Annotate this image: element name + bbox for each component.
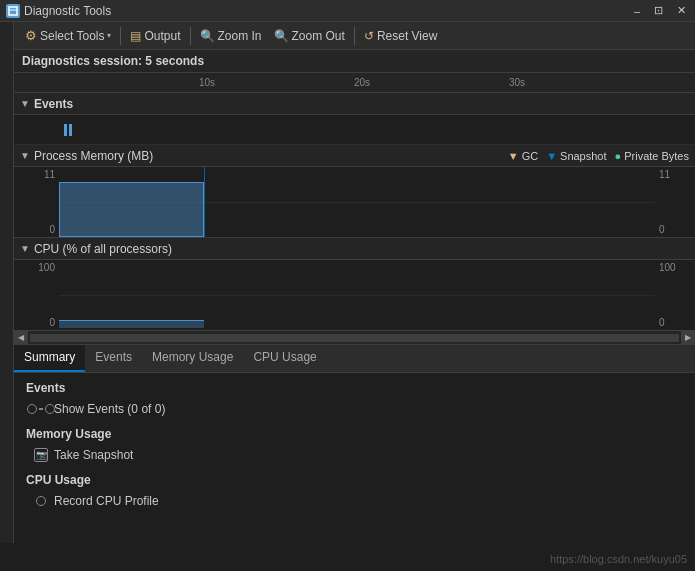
zoom-in-icon: 🔍 [200, 29, 215, 43]
zoom-in-label: Zoom In [218, 29, 262, 43]
scroll-left-button[interactable]: ◀ [14, 331, 28, 345]
cpu-grid-line [59, 295, 655, 296]
summary-memory-title: Memory Usage [26, 427, 683, 441]
tab-cpu-usage[interactable]: CPU Usage [243, 344, 326, 372]
output-button[interactable]: ▤ Output [125, 25, 185, 47]
output-label: Output [144, 29, 180, 43]
title-bar: Diagnostic Tools – ⊡ ✕ [0, 0, 695, 22]
legend-private: ● Private Bytes [615, 150, 689, 162]
memory-collapse-arrow: ▼ [20, 150, 30, 161]
scrollbar-track[interactable] [30, 334, 679, 342]
svg-rect-0 [9, 7, 17, 15]
memory-legend: ▼ GC ▼ Snapshot ● Private Bytes [508, 150, 689, 162]
summary-cpu-title: CPU Usage [26, 473, 683, 487]
memory-y-right-max: 11 [659, 169, 670, 180]
cpu-y-right: 100 0 [655, 260, 695, 330]
reset-view-button[interactable]: ↺ Reset View [359, 25, 442, 47]
cpu-y-axis: 100 0 [14, 260, 59, 330]
record-cpu-profile-label: Record CPU Profile [54, 494, 159, 508]
memory-chart-section: ▼ Process Memory (MB) ▼ GC ▼ Snapshot ● [14, 145, 695, 238]
take-snapshot-label: Take Snapshot [54, 448, 133, 462]
legend-gc: ▼ GC [508, 150, 538, 162]
toolbar-separator-3 [354, 27, 355, 45]
zoom-in-button[interactable]: 🔍 Zoom In [195, 25, 267, 47]
events-content-row [14, 115, 695, 145]
events-section-label: Events [34, 97, 73, 111]
cpu-chart-header[interactable]: ▼ CPU (% of all processors) [14, 238, 695, 260]
gc-label: GC [522, 150, 539, 162]
show-events-icon [34, 402, 48, 416]
ruler-tick-30s: 30s [509, 77, 525, 88]
close-button[interactable]: ✕ [674, 3, 689, 18]
reset-view-label: Reset View [377, 29, 437, 43]
cpu-chart-canvas [59, 260, 655, 330]
session-bar: Diagnostics session: 5 seconds [14, 50, 695, 73]
snapshot-camera-icon: 📷 [34, 448, 48, 462]
toolbar-separator [120, 27, 121, 45]
tabs-bar: Summary Events Memory Usage CPU Usage [14, 345, 695, 373]
memory-y-axis: 11 0 [14, 167, 59, 237]
memory-chart-canvas [59, 167, 655, 237]
left-side-ruler [0, 22, 14, 543]
tab-events-label: Events [95, 350, 132, 364]
scroll-right-button[interactable]: ▶ [681, 331, 695, 345]
zoom-out-icon: 🔍 [274, 29, 289, 43]
tab-cpu-usage-label: CPU Usage [253, 350, 316, 364]
memory-chart-header[interactable]: ▼ Process Memory (MB) ▼ GC ▼ Snapshot ● [14, 145, 695, 167]
output-icon: ▤ [130, 29, 141, 43]
ruler-tick-10s: 10s [199, 77, 215, 88]
tab-summary[interactable]: Summary [14, 344, 85, 372]
ruler-tick-20s: 20s [354, 77, 370, 88]
show-events-label: Show Events (0 of 0) [54, 402, 165, 416]
timeline-scrollbar[interactable]: ◀ ▶ [14, 331, 695, 345]
record-cpu-profile-item[interactable]: Record CPU Profile [26, 491, 683, 511]
record-icon [34, 494, 48, 508]
memory-y-right: 11 0 [655, 167, 695, 237]
toolbar-separator-2 [190, 27, 191, 45]
pin-button[interactable]: – [631, 4, 643, 18]
tab-memory-usage[interactable]: Memory Usage [142, 344, 243, 372]
summary-content: Events Show Events (0 of 0) Memory Us [14, 373, 695, 543]
memory-snapshot-line [204, 167, 205, 237]
memory-fill-area [59, 182, 204, 237]
show-events-item[interactable]: Show Events (0 of 0) [26, 399, 683, 419]
float-button[interactable]: ⊡ [651, 3, 666, 18]
events-section-header[interactable]: ▼ Events [14, 93, 695, 115]
cpu-collapse-arrow: ▼ [20, 243, 30, 254]
events-collapse-arrow: ▼ [20, 98, 30, 109]
chain-icon [27, 404, 55, 414]
summary-events-title: Events [26, 381, 683, 395]
memory-y-right-min: 0 [659, 224, 665, 235]
private-bytes-label: Private Bytes [624, 150, 689, 162]
cpu-y-right-max: 100 [659, 262, 676, 273]
memory-y-max: 11 [44, 169, 55, 180]
zoom-out-button[interactable]: 🔍 Zoom Out [269, 25, 350, 47]
reset-view-icon: ↺ [364, 29, 374, 43]
record-circle-icon [36, 496, 46, 506]
tab-events[interactable]: Events [85, 344, 142, 372]
cpu-section-label: CPU (% of all processors) [34, 242, 172, 256]
gear-icon: ⚙ [25, 28, 37, 43]
snapshot-label: Snapshot [560, 150, 606, 162]
camera-icon: 📷 [34, 448, 48, 462]
window-title: Diagnostic Tools [24, 4, 111, 18]
cpu-chart-area: 100 0 100 0 [14, 260, 695, 330]
cpu-chart-section: ▼ CPU (% of all processors) 100 0 100 0 [14, 238, 695, 331]
timeline-ruler: 10s 20s 30s [14, 73, 695, 93]
take-snapshot-item[interactable]: 📷 Take Snapshot [26, 445, 683, 465]
select-tools-button[interactable]: ⚙ Select Tools ▾ [20, 25, 116, 47]
cpu-y-right-min: 0 [659, 317, 665, 328]
legend-snapshot: ▼ Snapshot [546, 150, 606, 162]
watermark: https://blog.csdn.net/kuyu05 [550, 553, 687, 565]
tab-summary-label: Summary [24, 350, 75, 364]
cpu-y-max: 100 [38, 262, 55, 273]
memory-section-label: Process Memory (MB) [34, 149, 153, 163]
dropdown-arrow-icon: ▾ [107, 31, 111, 40]
bottom-section: Summary Events Memory Usage CPU Usage [14, 345, 695, 543]
zoom-out-label: Zoom Out [292, 29, 345, 43]
cpu-y-min: 0 [49, 317, 55, 328]
session-label: Diagnostics session: 5 seconds [22, 54, 204, 68]
gc-icon: ▼ [508, 150, 519, 162]
cpu-fill-area [59, 320, 204, 328]
memory-chart-area: 11 0 11 0 [14, 167, 695, 237]
